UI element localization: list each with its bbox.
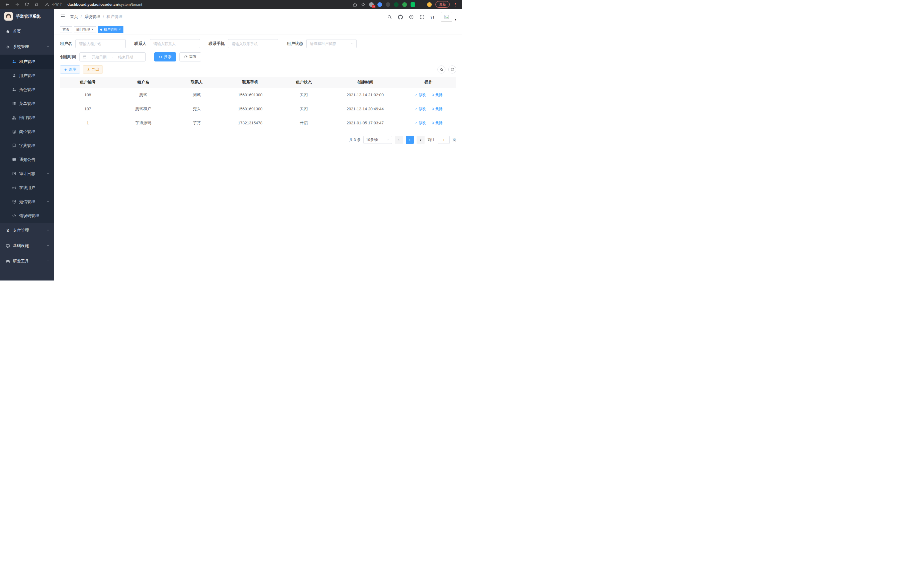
address-bar[interactable]: 不安全 dashboard.yudao.iocoder.cn/system/te… bbox=[41, 2, 352, 7]
search-toggle-button[interactable] bbox=[437, 65, 446, 74]
sidebar-item-label: 岗位管理 bbox=[19, 129, 35, 134]
tab-tenant[interactable]: 租户管理 × bbox=[98, 26, 123, 33]
chevron-up-icon bbox=[46, 45, 50, 49]
prev-page-button[interactable] bbox=[395, 136, 403, 144]
app-logo[interactable]: 芋道管理系统 bbox=[0, 9, 54, 24]
cell-tenant-name: 芋道源码 bbox=[116, 116, 171, 130]
tenant-name-input[interactable] bbox=[75, 39, 126, 48]
sidebar-item-user[interactable]: 用户管理 bbox=[0, 69, 54, 83]
chevron-down-icon bbox=[46, 200, 50, 204]
col-tenant-name: 租户名 bbox=[116, 77, 171, 88]
sidebar-item-devtools[interactable]: 研发工具 bbox=[0, 254, 54, 269]
sidebar-item-label: 在线用户 bbox=[19, 185, 35, 190]
edit-icon bbox=[414, 93, 418, 97]
edit-label: 修改 bbox=[418, 92, 426, 98]
log-icon bbox=[12, 171, 16, 176]
sidebar-item-dict[interactable]: 字典管理 bbox=[0, 139, 54, 153]
export-button[interactable]: 导出 bbox=[83, 65, 103, 74]
delete-tenant-link[interactable]: 删除 bbox=[431, 120, 443, 126]
avatar[interactable] bbox=[441, 12, 452, 22]
date-range-picker[interactable]: - bbox=[80, 52, 146, 62]
browser-menu-icon[interactable]: ⋮ bbox=[453, 2, 458, 7]
sidebar-item-error-code[interactable]: 错误码管理 bbox=[0, 209, 54, 223]
page-size-select[interactable]: 10条/页 bbox=[363, 136, 392, 144]
contact-input[interactable] bbox=[150, 39, 200, 48]
browser-nav bbox=[3, 2, 41, 7]
fullscreen-icon[interactable] bbox=[420, 15, 424, 20]
start-date-input[interactable] bbox=[88, 55, 111, 59]
extension-icon-2[interactable] bbox=[377, 2, 382, 7]
browser-home-icon[interactable] bbox=[34, 2, 39, 7]
next-page-button[interactable] bbox=[417, 136, 424, 144]
chevron-left-icon bbox=[397, 138, 400, 141]
sidebar-item-menu[interactable]: 菜单管理 bbox=[0, 97, 54, 111]
sidebar-item-pay[interactable]: ¥ 支付管理 bbox=[0, 223, 54, 238]
breadcrumb-home[interactable]: 首页 bbox=[70, 14, 78, 20]
end-date-input[interactable] bbox=[114, 55, 137, 59]
sidebar-fold-icon[interactable] bbox=[60, 14, 65, 20]
edit-tenant-link[interactable]: 修改 bbox=[414, 120, 426, 126]
search-icon[interactable] bbox=[387, 15, 392, 20]
font-size-icon[interactable]: TT bbox=[430, 15, 435, 20]
search-button[interactable]: 搜索 bbox=[154, 52, 176, 62]
extension-icon-7[interactable] bbox=[419, 2, 423, 7]
book-icon bbox=[12, 144, 16, 148]
cell-status: 关闭 bbox=[278, 102, 329, 116]
browser-back-icon[interactable] bbox=[5, 2, 10, 7]
sidebar-item-post[interactable]: 岗位管理 bbox=[0, 125, 54, 139]
tab-home[interactable]: 首页 bbox=[60, 26, 72, 33]
sidebar-item-home[interactable]: 首页 bbox=[0, 24, 54, 39]
extension-icon-5[interactable] bbox=[402, 2, 407, 7]
extension-icon-1[interactable]: 10 bbox=[369, 2, 374, 7]
search-icon bbox=[440, 68, 443, 71]
sidebar-item-sms[interactable]: 短信管理 bbox=[0, 195, 54, 209]
current-page-button[interactable]: 1 bbox=[406, 136, 414, 144]
sidebar-item-notice[interactable]: 通知公告 bbox=[0, 153, 54, 167]
filter-create-time: 创建时间 - bbox=[60, 52, 146, 62]
extension-icon-8[interactable] bbox=[427, 2, 432, 7]
github-icon[interactable] bbox=[398, 15, 403, 20]
sidebar-menu: 首页 系统管理 租户管理 用户管理 角色管理 菜单管理 bbox=[0, 24, 54, 269]
browser-reload-icon[interactable] bbox=[25, 2, 29, 7]
chevron-right-icon bbox=[419, 138, 422, 141]
edit-tenant-link[interactable]: 修改 bbox=[414, 106, 426, 111]
sidebar-item-online-user[interactable]: 在线用户 bbox=[0, 181, 54, 195]
page-unit-label: 页 bbox=[453, 137, 456, 142]
sidebar-item-infra[interactable]: 基础设施 bbox=[0, 238, 54, 254]
extension-icon-3[interactable] bbox=[386, 2, 390, 7]
sidebar-item-tenant[interactable]: 租户管理 bbox=[0, 55, 54, 69]
status-select[interactable]: 请选择租户状态 bbox=[306, 39, 357, 48]
sidebar-item-system[interactable]: 系统管理 bbox=[0, 39, 54, 55]
header-actions: TT ▾ bbox=[387, 12, 456, 22]
extension-icon-6[interactable] bbox=[411, 2, 415, 7]
phone-input[interactable] bbox=[228, 39, 278, 48]
refresh-button[interactable] bbox=[448, 65, 456, 74]
edit-tenant-link[interactable]: 修改 bbox=[414, 92, 426, 98]
delete-tenant-link[interactable]: 删除 bbox=[431, 106, 443, 111]
breadcrumb-system[interactable]: 系统管理 bbox=[84, 14, 100, 20]
goto-page-input[interactable] bbox=[438, 136, 450, 144]
sidebar-item-label: 租户管理 bbox=[19, 59, 35, 64]
share-icon[interactable] bbox=[352, 2, 357, 7]
close-icon[interactable]: × bbox=[92, 28, 93, 31]
tab-label: 租户管理 bbox=[104, 27, 117, 32]
bookmark-star-icon[interactable] bbox=[361, 2, 365, 7]
sidebar-item-label: 短信管理 bbox=[19, 199, 35, 205]
tab-dept[interactable]: 部门管理 × bbox=[74, 26, 96, 33]
browser-forward-icon[interactable] bbox=[15, 2, 20, 7]
sidebar-item-dept[interactable]: 部门管理 bbox=[0, 111, 54, 125]
reset-button[interactable]: 重置 bbox=[179, 52, 201, 62]
home-icon bbox=[6, 29, 10, 34]
sidebar-item-role[interactable]: 角色管理 bbox=[0, 83, 54, 97]
delete-tenant-link[interactable]: 删除 bbox=[431, 92, 443, 98]
col-tenant-id: 租户编号 bbox=[60, 77, 116, 88]
add-button[interactable]: 新增 bbox=[60, 65, 80, 74]
sidebar-item-audit-log[interactable]: 审计日志 bbox=[0, 167, 54, 181]
caret-down-icon[interactable]: ▾ bbox=[455, 18, 456, 21]
browser-update-button[interactable]: 更新 bbox=[435, 1, 450, 8]
extension-icon-4[interactable] bbox=[394, 2, 399, 7]
refresh-icon bbox=[184, 55, 188, 59]
close-icon[interactable]: × bbox=[119, 28, 121, 31]
help-icon[interactable] bbox=[409, 15, 414, 20]
shield-icon bbox=[12, 200, 16, 204]
